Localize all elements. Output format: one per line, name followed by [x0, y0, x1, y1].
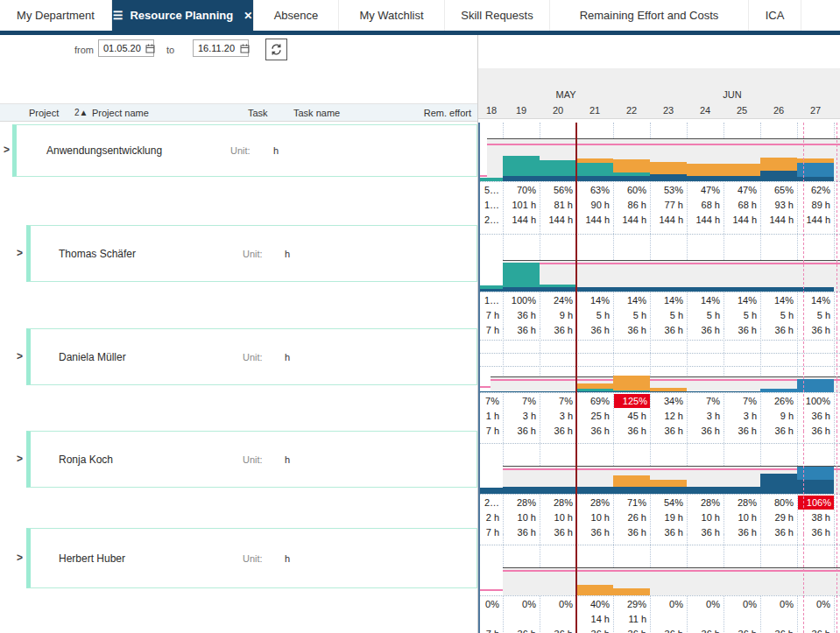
- scale-gridline: [480, 366, 840, 367]
- tab-absence[interactable]: Absence: [254, 0, 339, 31]
- bar-segment-orange: [760, 158, 797, 172]
- bar-segment-dark: [540, 487, 576, 494]
- from-label: from: [74, 45, 94, 55]
- unit-value: h: [285, 249, 290, 259]
- utilization-percent: 0%: [650, 597, 683, 612]
- utilization-percent: 26%: [760, 394, 794, 409]
- bar-segment-orange: [650, 388, 687, 391]
- resource-row-card[interactable]: Daniela MüllerUnit:h: [26, 328, 477, 385]
- planned-hours: 26 h: [613, 510, 646, 525]
- tab-label: ICA: [766, 9, 785, 22]
- milestone-line: [803, 123, 804, 226]
- calendar-icon[interactable]: [240, 44, 250, 53]
- unit-value: h: [273, 145, 279, 156]
- utilization-percent: 14%: [687, 293, 720, 308]
- capacity-band: [503, 568, 840, 595]
- bar-segment-teal: [540, 160, 576, 175]
- planned-hours: 25 h: [576, 409, 610, 424]
- expand-row-button[interactable]: >: [17, 350, 23, 362]
- expand-row-button[interactable]: >: [17, 552, 23, 564]
- scale-gridline: [480, 353, 840, 354]
- tab-my-watchlist[interactable]: My Watchlist: [339, 0, 445, 31]
- date-from-field[interactable]: [98, 39, 154, 57]
- resource-row-card[interactable]: Ronja KochUnit:h: [26, 431, 477, 488]
- capacity-frame-line: [487, 138, 840, 139]
- utilization-percent: 47%: [724, 183, 757, 198]
- date-to-field[interactable]: [193, 39, 249, 57]
- utilization-percent: 14%: [724, 293, 757, 308]
- utilization-percent: 28%: [724, 496, 757, 510]
- scale-gridline: [480, 545, 840, 545]
- chart-baseline: [480, 595, 840, 596]
- planned-hours: 1 h: [480, 409, 499, 424]
- calendar-icon[interactable]: [145, 44, 155, 53]
- date-from-input[interactable]: [103, 43, 145, 53]
- tab-remaining-effort-and-costs[interactable]: Remaining Effort and Costs: [550, 0, 749, 31]
- bar-segment-teal: [480, 285, 503, 289]
- close-tab-icon[interactable]: ✕: [244, 11, 252, 21]
- expand-row-button[interactable]: >: [4, 144, 10, 156]
- utilization-percent: 14%: [613, 293, 646, 308]
- chart-left-frame: [478, 534, 480, 633]
- utilization-percent: 56%: [540, 183, 573, 198]
- resource-row-card[interactable]: Herbert HuberUnit:h: [26, 528, 477, 588]
- refresh-button[interactable]: [265, 39, 287, 60]
- week-label: 19: [503, 105, 540, 116]
- tab-ica[interactable]: ICA: [749, 0, 801, 31]
- capacity-limit-line: [491, 379, 840, 381]
- chart-row: 1…100%24%14%14%14%14%14%14%14%7 h36 h9 h…: [478, 225, 840, 328]
- utilization-percent: 0%: [503, 597, 536, 612]
- chart-baseline: [480, 392, 840, 393]
- bar-segment-orange: [613, 475, 650, 486]
- capacity-frame-line: [491, 376, 840, 377]
- utilization-percent: 69%: [576, 394, 610, 409]
- utilization-percent: 34%: [650, 394, 683, 409]
- capacity-limit-line: [503, 468, 840, 470]
- planned-hours: 12 h: [650, 409, 683, 424]
- utilization-percent: 7%: [724, 394, 757, 409]
- utilization-percent: 54%: [650, 496, 683, 510]
- utilization-percent: 28%: [576, 496, 610, 510]
- capacity-hours: 36 h: [650, 627, 683, 633]
- unit-value: h: [285, 553, 290, 564]
- chart-baseline: [480, 292, 840, 292]
- planned-hours: 2 h: [480, 510, 499, 525]
- utilization-percent: 65%: [760, 183, 794, 198]
- chart-row: 2…28%28%28%71%54%28%28%80%106%2 h10 h10 …: [478, 431, 840, 534]
- tab-skill-requests[interactable]: Skill Requests: [445, 0, 550, 31]
- hamburger-menu-icon[interactable]: ☰: [113, 10, 124, 21]
- planned-hours: 3 h: [724, 409, 757, 424]
- planned-hours: 5 h: [760, 308, 794, 323]
- planned-hours: 77 h: [650, 198, 683, 213]
- utilization-percent: 0%: [760, 597, 794, 612]
- resource-row-card[interactable]: Thomas SchäferUnit:h: [26, 225, 477, 282]
- utilization-percent: 53%: [650, 183, 683, 198]
- planned-hours: 90 h: [576, 198, 610, 213]
- sort-indicator[interactable]: 2▲: [74, 108, 88, 117]
- planned-hours: 3 h: [540, 409, 573, 424]
- milestone-line: [836, 431, 837, 534]
- expand-row-button[interactable]: >: [17, 453, 23, 465]
- tab-label: My Department: [17, 9, 95, 22]
- utilization-percent: 0%: [724, 597, 757, 612]
- scale-gridline: [480, 443, 840, 444]
- planned-hours: 29 h: [760, 510, 794, 525]
- scale-gridline: [480, 340, 840, 341]
- tab-my-department[interactable]: My Department: [0, 0, 112, 31]
- tab-resource-planning[interactable]: ☰Resource Planning✕: [112, 0, 254, 31]
- utilization-percent: 28%: [503, 496, 536, 510]
- milestone-line: [803, 225, 804, 328]
- resource-row-card[interactable]: AnwendungsentwicklungUnit:h: [12, 124, 477, 177]
- capacity-hours: 36 h: [576, 627, 610, 633]
- timeline-header: MAYJUN18192021222324252627: [478, 68, 840, 119]
- planned-hours: 36 h: [503, 308, 536, 323]
- unit-label: Unit:: [243, 249, 263, 259]
- planned-hours: 5 h: [687, 308, 720, 323]
- bar-segment-dark: [724, 487, 760, 494]
- unit-label: Unit:: [243, 352, 263, 362]
- overload-badge: 125%: [614, 394, 650, 408]
- expand-row-button[interactable]: >: [17, 247, 23, 259]
- chart-row: 5…70%56%63%60%53%47%47%65%62%1…101 h81 h…: [478, 123, 840, 226]
- date-to-input[interactable]: [198, 43, 240, 53]
- utilization-percent: 0%: [540, 597, 573, 612]
